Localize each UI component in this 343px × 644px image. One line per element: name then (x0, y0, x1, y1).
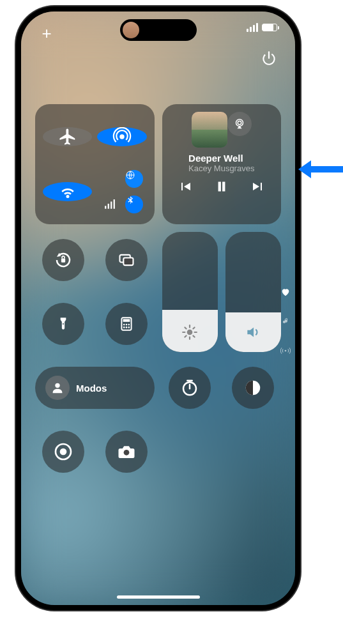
svg-point-9 (238, 121, 241, 125)
svg-line-20 (194, 327, 195, 328)
person-icon (50, 381, 65, 395)
connectivity-tile[interactable] (35, 104, 155, 224)
flashlight-button[interactable] (42, 303, 84, 345)
album-artwork (192, 112, 227, 148)
camera-icon (117, 442, 136, 461)
dark-mode-icon (243, 378, 263, 397)
svg-point-2 (119, 134, 125, 139)
plus-icon: + (42, 24, 51, 43)
calculator-icon (118, 316, 135, 332)
volume-icon (245, 324, 261, 341)
svg-point-26 (128, 324, 130, 326)
svg-rect-23 (123, 319, 130, 321)
power-button[interactable] (261, 50, 277, 66)
svg-line-19 (194, 335, 195, 337)
camera-button[interactable] (105, 431, 148, 473)
svg-point-13 (187, 330, 193, 335)
next-track-button[interactable] (250, 179, 266, 194)
power-icon (261, 50, 277, 66)
callout-arrow (298, 157, 343, 182)
dark-mode-button[interactable] (232, 367, 274, 409)
dynamic-island[interactable] (120, 19, 197, 41)
svg-point-25 (126, 324, 128, 326)
bluetooth-button[interactable] (125, 195, 143, 213)
status-bar (247, 23, 277, 32)
svg-point-38 (285, 350, 287, 352)
music-page-dot[interactable] (280, 316, 291, 327)
track-title: Deeper Well (188, 153, 254, 164)
orientation-lock-button[interactable] (42, 239, 84, 281)
calculator-button[interactable] (105, 303, 148, 345)
orientation-lock-icon (54, 250, 73, 270)
personal-hotspot-button[interactable] (125, 170, 143, 188)
svg-point-29 (128, 326, 130, 328)
page-indicator[interactable] (280, 286, 291, 356)
play-pause-button[interactable] (213, 178, 230, 195)
svg-point-30 (55, 383, 59, 388)
timer-button[interactable] (169, 367, 211, 409)
wifi-icon (58, 182, 77, 201)
airdrop-button[interactable] (97, 127, 146, 146)
home-indicator[interactable] (117, 595, 200, 599)
svg-rect-5 (111, 202, 112, 209)
svg-point-24 (123, 324, 125, 326)
svg-point-8 (236, 119, 243, 126)
svg-line-18 (185, 327, 187, 328)
svg-point-37 (124, 450, 130, 456)
timer-icon (180, 378, 199, 397)
next-icon (250, 179, 266, 194)
svg-rect-10 (61, 259, 65, 263)
favorites-page-dot[interactable] (280, 286, 291, 298)
svg-rect-4 (108, 204, 109, 209)
island-avatar (123, 22, 139, 38)
screen-mirroring-button[interactable] (105, 239, 148, 281)
cellular-signal-mini-icon (101, 195, 119, 213)
previous-track-button[interactable] (178, 179, 193, 194)
now-playing-tile[interactable]: Deeper Well Kacey Musgraves (162, 104, 282, 224)
music-note-icon (281, 317, 290, 326)
pause-icon (213, 178, 230, 195)
previous-icon (178, 179, 193, 194)
battery-icon (262, 24, 277, 31)
cellular-signal-icon (247, 23, 258, 32)
svg-rect-12 (123, 258, 133, 266)
airplay-icon (232, 117, 247, 131)
focus-label: Modos (76, 383, 107, 394)
antenna-icon (280, 346, 291, 356)
brightness-slider[interactable] (162, 232, 218, 352)
svg-point-36 (59, 448, 66, 456)
add-control-button[interactable]: + (39, 26, 54, 41)
screen-record-button[interactable] (42, 431, 84, 473)
brightness-icon (181, 324, 198, 341)
arrow-left-icon (298, 157, 343, 182)
svg-rect-6 (114, 199, 115, 209)
globe-icon (125, 170, 135, 180)
track-artist: Kacey Musgraves (188, 164, 254, 173)
svg-point-28 (126, 326, 128, 328)
svg-point-27 (123, 326, 125, 328)
airplay-button[interactable] (227, 112, 252, 136)
connectivity-page-dot[interactable] (280, 345, 291, 356)
screen-mirroring-icon (118, 251, 135, 269)
svg-line-21 (185, 335, 187, 337)
wifi-button[interactable] (43, 182, 92, 201)
focus-mode-button[interactable]: Modos (35, 367, 155, 409)
record-icon (53, 441, 73, 462)
flashlight-icon (55, 316, 72, 332)
airplane-mode-button[interactable] (43, 127, 92, 146)
volume-slider[interactable] (225, 232, 281, 352)
heart-icon (280, 287, 291, 297)
focus-icon-wrapper (45, 376, 70, 400)
airplane-icon (58, 127, 77, 146)
airdrop-icon (112, 127, 132, 146)
svg-rect-3 (105, 206, 106, 209)
bluetooth-icon (125, 195, 135, 206)
